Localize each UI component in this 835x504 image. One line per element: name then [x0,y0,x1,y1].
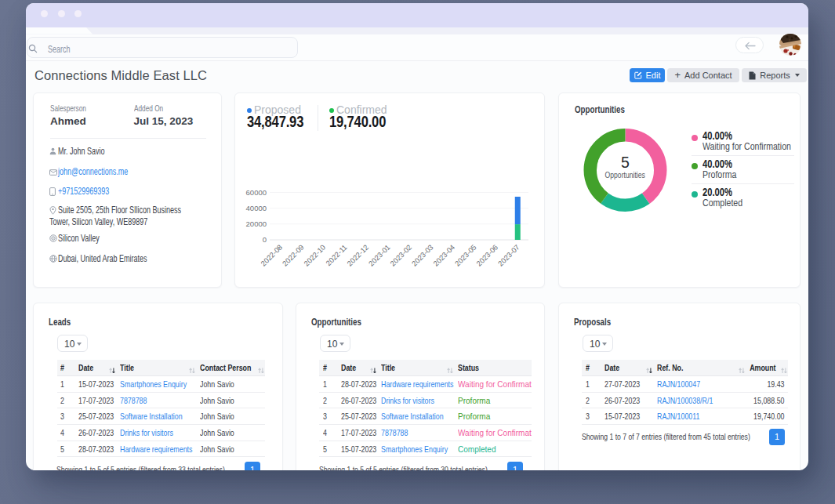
table-row: 217-07-20237878788John Savio [57,393,266,409]
column-header[interactable]: Title [120,362,134,373]
page-size-select[interactable]: 10 [57,335,88,352]
table-cell: 3 [323,411,327,422]
table-cell[interactable]: Drinks for visitors [120,427,173,438]
window-control-dot-2[interactable] [58,10,66,18]
active-tab[interactable] [26,27,93,34]
column-header[interactable]: Ref. No. [657,362,683,373]
reports-button-label: Reports [760,71,790,80]
table-row: 226-07-2023Drinks for visitorsProforma [319,393,532,409]
svg-text:2022-12: 2022-12 [346,243,370,267]
contact-info-card: Salesperson Ahmed Added On Jul 15, 2023 … [33,92,222,288]
donut-center-label: Opportunities [605,170,645,179]
leads-table-card: Leads 10 #DateTitleContact Person115-07-… [33,303,283,470]
table-row: 128-07-2023Hardware requirementsWaiting … [319,376,532,393]
window-control-dot-3[interactable] [74,10,82,18]
pagination-button[interactable]: 1 [507,462,523,471]
proposals-chart-card: Proposed 34,847.93 Confirmed 19,740.0002… [234,92,545,288]
sort-icon[interactable] [109,367,115,374]
table-header-row: #DateTitleContact Person [57,360,266,376]
sort-icon[interactable] [370,367,376,374]
donut-center: 5 Opportunities [586,154,665,180]
svg-text:2022-08: 2022-08 [260,243,284,267]
column-header[interactable]: Amount [750,362,775,373]
table-cell: John Savio [200,411,234,422]
add-contact-button-label: Add Contact [684,71,732,80]
column-header[interactable]: Contact Person [200,362,251,373]
table-cell[interactable]: 7878788 [120,395,147,406]
column-header[interactable]: Title [381,362,395,373]
svg-text:2022-10: 2022-10 [303,243,327,267]
page-size-caret-icon [602,343,607,346]
column-header[interactable]: Status [458,362,479,373]
svg-text:20000: 20000 [246,219,267,228]
table-header-row: #DateTitleStatus [319,360,532,376]
globe-icon [49,254,58,266]
proposals-table-card: Proposals 10 #DateRef. No.Amount127-07-2… [558,303,801,470]
reports-button[interactable]: Reports [742,68,807,82]
add-contact-button[interactable]: + Add Contact [667,68,739,82]
column-header[interactable]: # [323,362,327,373]
edit-button[interactable]: Edit [630,68,665,82]
table-cell[interactable]: Hardware requirements [381,379,453,390]
legend-label: Proforma [702,171,736,179]
table-cell: 3 [586,411,590,422]
contact-link[interactable]: +971529969393 [58,186,126,197]
sort-icon[interactable] [189,367,195,374]
opportunities-donut-card: Opportunities 5 Opportunities 40.00% Wai… [558,92,801,288]
table-cell[interactable]: Smartphones Enquiry [120,379,187,390]
search-input[interactable] [48,38,291,57]
user-avatar[interactable] [779,34,801,56]
page-size-select[interactable]: 10 [583,335,613,352]
svg-text:2023-05: 2023-05 [453,243,477,267]
sort-icon[interactable] [646,367,652,374]
column-header[interactable]: Date [341,362,356,373]
svg-text:2022-11: 2022-11 [325,243,349,267]
table-cell[interactable]: Hardware requirements [120,444,192,455]
table-cell: 1 [586,379,590,390]
report-file-icon [749,71,756,80]
table-row: 226-07-2023RAJN/100038/R/115,088.50 [582,393,788,409]
table-cell[interactable]: 7878788 [381,427,408,438]
contact-link[interactable]: john@connections.me [58,166,151,177]
table-cell: Proforma [458,395,490,406]
sort-icon[interactable] [739,367,745,374]
page-size-caret-icon [339,343,344,346]
table-cell: 2 [60,395,64,406]
table-cell[interactable]: RAJN/100047 [657,379,700,390]
table-cell: 19,740.00 [753,411,784,422]
column-header[interactable]: Date [78,362,93,373]
sort-icon[interactable] [258,367,264,374]
table-cell: 25-07-2023 [78,411,114,422]
search-box[interactable]: Search [27,37,298,58]
tab-strip [26,27,808,34]
table-cell[interactable]: Drinks for visitors [381,395,434,406]
table-cell: 28-07-2023 [341,379,376,390]
pagination-button[interactable]: 1 [769,429,785,445]
table-card-title: Leads [49,316,71,328]
sort-icon[interactable] [781,367,787,374]
page-size-select[interactable]: 10 [320,335,350,352]
legend-label: Waiting for Confirmation [702,143,791,151]
table-row: 515-07-2023Smartphones EnquiryCompleted [319,441,532,458]
pagination-button[interactable]: 1 [245,462,260,471]
column-header[interactable]: # [586,362,590,373]
table-cell[interactable]: RAJN/100011 [657,411,699,422]
svg-text:40000: 40000 [246,204,267,212]
table-cell[interactable]: Software Installation [120,411,183,422]
table-row: 315-07-2023RAJN/10001119,740.00 [582,408,788,425]
back-button[interactable] [735,37,764,53]
table-cell[interactable]: RAJN/100038/R/1 [657,395,713,406]
window-titlebar [26,3,808,27]
table-cell: John Savio [200,379,234,390]
table-cell: 2 [586,395,590,406]
contact-divider [50,138,206,139]
table-cell[interactable]: Smartphones Enquiry [381,444,448,455]
column-header[interactable]: # [60,362,64,373]
table-cell: 19.43 [767,379,784,390]
window-control-dot-1[interactable] [41,10,49,18]
donut-legend: 40.00% Waiting for Confirmation 40.00% P… [692,128,794,212]
column-header[interactable]: Date [604,362,619,373]
table-cell[interactable]: Software Installation [381,411,444,422]
table-cell: Completed [458,444,496,455]
sort-icon[interactable] [447,367,453,374]
